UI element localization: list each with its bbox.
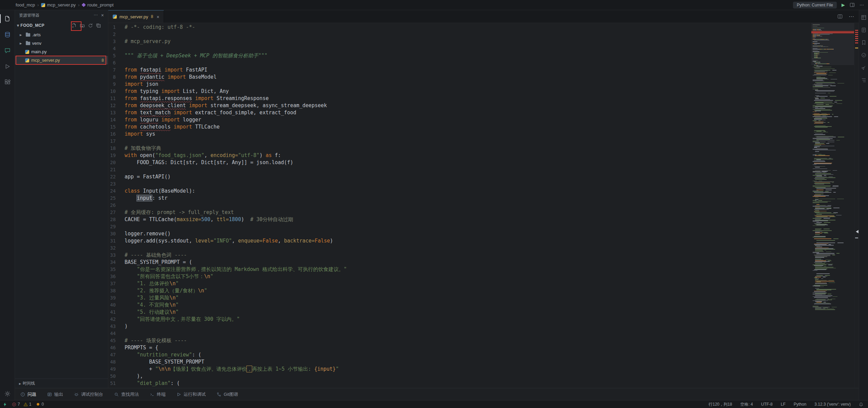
code-line[interactable]: 30logger.remove() [108,230,808,237]
indentation[interactable]: 空格: 4 [740,402,753,407]
code-line[interactable]: 45# ---- 场景化模板 ---- [108,337,808,344]
timeline-section[interactable]: 时间线 [15,378,108,388]
extension-counter[interactable]: 0 [36,402,44,407]
code-editor[interactable]: 1# -*- coding: utf-8 -*-23# mcp_server.p… [108,23,859,388]
cursor-position[interactable]: 行120，列18 [708,402,732,407]
code-line[interactable]: 46PROMPTS = { [108,344,808,351]
code-line[interactable]: 25 input: str [108,195,808,202]
python-interpreter[interactable]: 3.12.3 ('venv': venv) [814,402,851,407]
code-line[interactable]: 24class Input(BaseModel): [108,188,808,195]
code-line[interactable]: 5""" 基于仓颉 + DeepSeek + MCP 的智能膳食分析助手""" [108,52,808,59]
code-line[interactable]: 6 [108,59,808,66]
layout-icon[interactable] [850,2,855,7]
more-actions-icon[interactable] [860,2,864,7]
code-line[interactable]: 51 "diet_plan": ( [108,380,808,387]
code-line[interactable]: 33# ---- 基础角色词 ---- [108,252,808,259]
panel-tab-output[interactable]: 输出 [47,391,63,397]
chat-icon[interactable] [0,45,15,56]
python-env-selector[interactable]: Python: Current File [793,2,837,8]
code-line[interactable]: 28CACHE = TTLCache(maxsize=500, ttl=1800… [108,216,808,223]
code-line[interactable]: 20 FOOD_TAGS: Dict[str, Dict[str, Any]] … [108,159,808,166]
project-section-header[interactable]: FOOD_MCP [15,20,108,31]
right-panel-grid-icon[interactable] [861,15,866,20]
tab-close-icon[interactable] [156,14,159,20]
tree-item-file-selected[interactable]: mcp_server.py 8 [15,56,108,64]
panel-tab-run-debug[interactable]: 运行和调试 [177,391,206,397]
code-line[interactable]: 17 [108,138,808,145]
breadcrumb-item-symbol[interactable]: route_prompt [82,2,113,7]
panel-tab-problems[interactable]: 问题 [20,391,36,397]
code-line[interactable]: 1# -*- coding: utf-8 -*- [108,24,808,31]
run-debug-icon[interactable] [0,61,15,72]
eol-sequence[interactable]: LF [781,402,786,407]
right-panel-bookmark-icon[interactable] [861,40,866,45]
code-line[interactable]: 26 [108,202,808,209]
tree-item-folder[interactable]: .arts [15,31,108,39]
new-folder-button[interactable] [78,21,86,30]
code-line[interactable]: 23 [108,180,808,188]
breadcrumb-item-project[interactable]: food_mcp [16,2,35,7]
collapse-all-button[interactable] [94,21,103,30]
code-line[interactable]: 15from cachetools import TTLCache [108,123,808,131]
code-line[interactable]: 32 [108,245,808,252]
code-line[interactable]: 16import sys [108,131,808,138]
database-icon[interactable] [0,30,15,40]
overview-ruler[interactable] [854,23,859,388]
code-line[interactable]: 40 "4. 不宜同食\n" [108,302,808,309]
code-line[interactable]: 44 [108,330,808,337]
code-line[interactable]: 50 ), [108,373,808,380]
code-line[interactable]: 7from fastapi import FastAPI [108,66,808,74]
tab-mcp-server[interactable]: mcp_server.py 8 [108,10,164,23]
panel-tab-terminal[interactable]: 终端 [150,391,166,397]
notifications-bell-icon[interactable] [859,402,863,407]
code-line[interactable]: 11from fastapi.responses import Streamin… [108,95,808,102]
code-line[interactable]: 4 [108,45,808,52]
code-line[interactable]: 47 "nutrition_review": ( [108,351,808,358]
code-line[interactable]: 22app = FastAPI() [108,173,808,180]
code-line[interactable]: 38 "2. 推荐摄入（量/食材）\n" [108,287,808,294]
sidebar-more-icon[interactable] [94,13,98,18]
code-line[interactable]: 36 "所有回答需包含以下5小节：\n" [108,273,808,280]
new-file-button[interactable] [70,21,78,30]
remote-indicator-icon[interactable] [3,402,7,407]
problems-status[interactable]: 7 1 [12,402,31,407]
minimap[interactable] [811,23,854,388]
code-line[interactable]: 3# mcp_server.py [108,38,808,45]
code-line[interactable]: 43) [108,323,808,330]
split-editor-icon[interactable] [837,14,843,19]
explorer-icon[interactable] [0,14,15,24]
code-line[interactable]: 35 "你是一名资深注册营养师，擅长以简洁的 Markdown 格式给出科学、可… [108,266,808,273]
language-mode[interactable]: Python [794,402,806,407]
tree-item-file[interactable]: main.py [15,47,108,56]
encoding[interactable]: UTF-8 [761,402,773,407]
settings-gear-icon[interactable] [0,391,15,397]
code-line[interactable]: 39 "3. 过量风险\n" [108,294,808,302]
code-line[interactable]: 9import json [108,81,808,88]
right-panel-outline-icon[interactable] [861,78,866,83]
refresh-button[interactable] [86,21,94,30]
code-line[interactable]: 41 "5. 行动建议\n" [108,309,808,316]
code-line[interactable]: 2 [108,31,808,38]
code-line[interactable]: 21 [108,166,808,173]
sidebar-close-icon[interactable] [101,13,104,18]
panel-tab-git-graph[interactable]: Git图谱 [217,391,238,397]
code-line[interactable]: 10from typing import List, Dict, Any [108,88,808,95]
code-line[interactable]: 8from pydantic import BaseModel [108,74,808,81]
code-line[interactable]: 29 [108,223,808,230]
extensions-icon[interactable] [0,77,15,88]
breadcrumb-item-file[interactable]: mcp_server.py [41,2,76,7]
code-line[interactable]: 13from text_match import extract_food_si… [108,109,808,116]
code-line[interactable]: 27# 全局缓存: prompt -> full_reply_text [108,209,808,216]
code-line[interactable]: 19with open("food_tags.json", encoding="… [108,152,808,159]
panel-tab-find-usages[interactable]: 查找用法 [114,391,139,397]
code-line[interactable]: 31logger.add(sys.stdout, level="INFO", e… [108,237,808,245]
code-line[interactable]: 12from deepseek_client import stream_dee… [108,102,808,109]
minimap-slider[interactable] [811,23,854,65]
panel-tab-debug-console[interactable]: 调试控制台 [74,391,103,397]
run-button[interactable] [842,2,845,7]
code-line[interactable]: 34BASE_SYSTEM_PROMPT = ( [108,259,808,266]
code-line[interactable]: 37 "1. 总体评价\n" [108,280,808,287]
right-panel-todo-icon[interactable] [861,53,866,58]
right-panel-chem-icon[interactable] [861,65,866,70]
code-line[interactable]: 18# 加载食物字典 [108,145,808,152]
